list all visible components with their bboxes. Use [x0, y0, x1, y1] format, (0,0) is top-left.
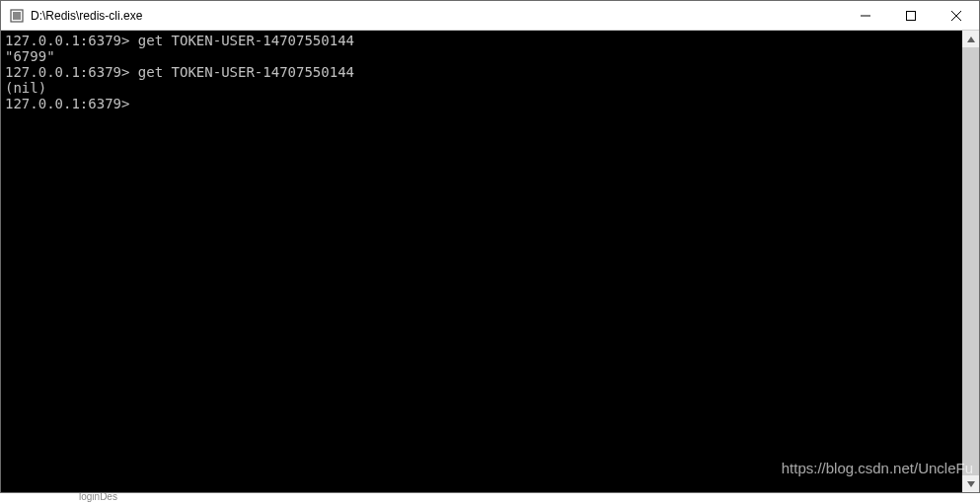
- console-window: D:\Redis\redis-cli.exe 127.0.0.1:6379> g…: [0, 0, 980, 493]
- scroll-down-button[interactable]: [962, 475, 979, 492]
- svg-marker-7: [967, 481, 975, 487]
- terminal-output-line: "6799": [5, 48, 958, 64]
- terminal-prompt-line: 127.0.0.1:6379>: [5, 96, 958, 111]
- terminal-area: 127.0.0.1:6379> get TOKEN-USER-147075501…: [1, 31, 979, 492]
- scroll-up-button[interactable]: [962, 31, 979, 47]
- maximize-button[interactable]: [888, 1, 934, 30]
- svg-rect-3: [907, 11, 916, 20]
- vertical-scrollbar[interactable]: [962, 31, 979, 492]
- minimize-button[interactable]: [843, 1, 888, 30]
- terminal-output[interactable]: 127.0.0.1:6379> get TOKEN-USER-147075501…: [1, 31, 962, 492]
- app-icon: [9, 8, 25, 24]
- terminal-output-line: (nil): [5, 80, 958, 96]
- svg-rect-1: [13, 12, 21, 20]
- titlebar[interactable]: D:\Redis\redis-cli.exe: [1, 1, 979, 31]
- window-title: D:\Redis\redis-cli.exe: [31, 9, 843, 23]
- scroll-track[interactable]: [962, 47, 979, 475]
- close-button[interactable]: [934, 1, 979, 30]
- scroll-thumb[interactable]: [962, 47, 979, 475]
- terminal-prompt-line: 127.0.0.1:6379> get TOKEN-USER-147075501…: [5, 64, 958, 80]
- svg-marker-6: [967, 36, 975, 42]
- window-controls: [843, 1, 979, 30]
- terminal-prompt-line: 127.0.0.1:6379> get TOKEN-USER-147075501…: [5, 33, 958, 48]
